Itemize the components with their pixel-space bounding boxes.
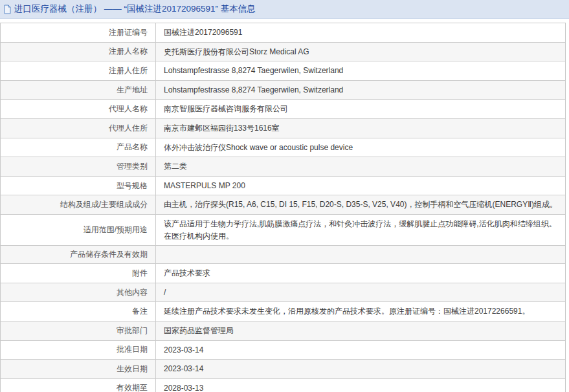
- row-label: 适用范围/预期用途: [1, 215, 156, 245]
- table-row: 型号规格 MASTERPULS MP 200: [1, 177, 565, 196]
- table-row: 附件 产品技术要求: [1, 264, 565, 283]
- table-row: 其他内容 /: [1, 283, 565, 303]
- row-label: 结构及组成/主要组成成分: [1, 195, 156, 214]
- row-label: 有效期至: [1, 379, 156, 392]
- table-row: 注册人名称 史托斯医疗股份有限公司Storz Medical AG: [1, 43, 565, 62]
- table-row: 结构及组成/主要组成成分 由主机，治疗探头(R15, A6, C15, DI 1…: [1, 195, 565, 215]
- row-value: 由主机，治疗探头(R15, A6, C15, DI 15, F15, D20-S…: [156, 195, 565, 214]
- row-value: 南京市建邺区福园街133号1616室: [156, 119, 565, 138]
- table-row: 生效日期 2023-03-14: [1, 360, 565, 379]
- table-row: 批准日期 2023-03-14: [1, 341, 565, 360]
- table-row: 产品名称 体外冲击波治疗仪Shock wave or acoustic puls…: [1, 138, 565, 158]
- row-label: 备注: [1, 302, 156, 321]
- row-value: 史托斯医疗股份有限公司Storz Medical AG: [156, 43, 565, 61]
- row-label: 审批部门: [1, 321, 156, 340]
- row-label: 代理人名称: [1, 100, 156, 118]
- row-label: 注册人住所: [1, 61, 156, 80]
- row-value: 第二类: [156, 157, 565, 176]
- row-value: Lohstampfestrasse 8,8274 Taegerwilen, Sw…: [156, 61, 565, 80]
- table-row: 注册证编号 国械注进20172096591: [1, 23, 565, 43]
- registration-info-table: 注册证编号 国械注进20172096591 注册人名称 史托斯医疗股份有限公司S…: [0, 23, 566, 392]
- row-value: 2023-03-14: [156, 360, 565, 378]
- row-value: [156, 246, 565, 263]
- table-row: 代理人名称 南京智服医疗器械咨询服务有限公司: [1, 100, 565, 119]
- row-label: 产品名称: [1, 138, 156, 157]
- table-row: 生产地址 Lohstampfestrasse 8,8274 Taegerwile…: [1, 81, 565, 100]
- row-label: 代理人住所: [1, 119, 156, 138]
- row-value: 南京智服医疗器械咨询服务有限公司: [156, 100, 565, 118]
- row-label: 生效日期: [1, 360, 156, 378]
- row-value: 国械注进20172096591: [156, 23, 565, 42]
- row-value: 2028-03-13: [156, 379, 565, 392]
- table-row: 审批部门 国家药品监督管理局: [1, 321, 565, 341]
- row-label: 其他内容: [1, 283, 156, 302]
- document-icon: [3, 5, 12, 14]
- row-value: 国家药品监督管理局: [156, 321, 565, 340]
- row-value: /: [156, 283, 565, 302]
- row-label: 型号规格: [1, 177, 156, 195]
- row-label: 注册人名称: [1, 43, 156, 61]
- row-label: 产品储存条件及有效期: [1, 246, 156, 263]
- table-row: 产品储存条件及有效期: [1, 246, 565, 264]
- row-label: 附件: [1, 264, 156, 283]
- row-value: 体外冲击波治疗仪Shock wave or acoustic pulse dev…: [156, 138, 565, 157]
- row-value: 延续注册产品技术要求未发生变化，沿用原核发的产品技术要求。原注册证编号：国械注进…: [156, 302, 565, 321]
- row-value: 2023-03-14: [156, 341, 565, 360]
- row-label: 注册证编号: [1, 23, 156, 42]
- table-row: 有效期至 2028-03-13: [1, 379, 565, 392]
- row-value: MASTERPULS MP 200: [156, 177, 565, 195]
- table-row: 备注 延续注册产品技术要求未发生变化，沿用原核发的产品技术要求。原注册证编号：国…: [1, 302, 565, 321]
- row-label: 批准日期: [1, 341, 156, 360]
- row-label: 生产地址: [1, 81, 156, 100]
- row-label: 管理类别: [1, 157, 156, 176]
- page-header: 进口医疗器械（注册） —— “国械注进20172096591” 基本信息: [0, 0, 569, 19]
- table-row: 管理类别 第二类: [1, 157, 565, 177]
- row-value: 产品技术要求: [156, 264, 565, 283]
- table-row: 注册人住所 Lohstampfestrasse 8,8274 Taegerwil…: [1, 61, 565, 81]
- row-value: Lohstampfestrasse 8,8274 Taegerwilen, Sw…: [156, 81, 565, 100]
- table-row: 代理人住所 南京市建邺区福园街133号1616室: [1, 119, 565, 138]
- page-title: 进口医疗器械（注册） —— “国械注进20172096591” 基本信息: [14, 3, 256, 15]
- row-value: 该产品适用于生物力学疗法,肌筋膜激痛点疗法，和针灸冲击波疗法，缓解肌腱止点功能障…: [156, 215, 565, 245]
- table-row: 适用范围/预期用途 该产品适用于生物力学疗法,肌筋膜激痛点疗法，和针灸冲击波疗法…: [1, 215, 565, 246]
